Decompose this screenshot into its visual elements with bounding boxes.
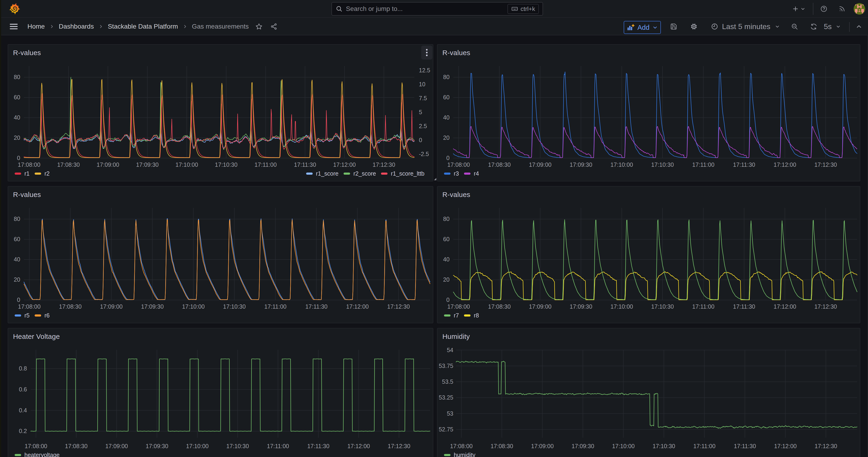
svg-text:17:09:30: 17:09:30 — [146, 443, 168, 449]
svg-text:40: 40 — [14, 114, 20, 121]
svg-text:17:11:30: 17:11:30 — [305, 303, 327, 310]
svg-text:80: 80 — [14, 74, 20, 80]
svg-text:17:08:30: 17:08:30 — [491, 443, 513, 449]
svg-text:17:10:00: 17:10:00 — [176, 161, 198, 168]
svg-text:60: 60 — [443, 236, 450, 242]
svg-text:17:12:30: 17:12:30 — [814, 303, 837, 310]
svg-text:17:09:00: 17:09:00 — [97, 161, 119, 168]
svg-text:20: 20 — [443, 134, 450, 141]
svg-text:17:09:00: 17:09:00 — [529, 161, 551, 168]
svg-text:0: 0 — [17, 155, 20, 161]
svg-text:17:09:30: 17:09:30 — [571, 443, 594, 449]
svg-text:17:11:00: 17:11:00 — [692, 161, 714, 168]
svg-text:17:11:30: 17:11:30 — [733, 303, 755, 310]
svg-text:40: 40 — [14, 256, 20, 263]
svg-text:17:11:00: 17:11:00 — [692, 303, 714, 310]
svg-text:17:10:30: 17:10:30 — [215, 161, 237, 168]
svg-text:0.8: 0.8 — [19, 365, 27, 372]
svg-text:17:12:30: 17:12:30 — [814, 443, 837, 449]
svg-text:0.2: 0.2 — [19, 428, 27, 434]
svg-text:17:12:00: 17:12:00 — [774, 161, 796, 168]
svg-text:17:11:30: 17:11:30 — [307, 443, 330, 449]
svg-text:0: 0 — [446, 155, 450, 161]
svg-text:60: 60 — [443, 94, 450, 100]
svg-text:12.5: 12.5 — [419, 67, 430, 73]
svg-text:17:08:00: 17:08:00 — [25, 443, 47, 449]
svg-text:53.25: 53.25 — [439, 394, 453, 401]
svg-text:0.4: 0.4 — [19, 407, 27, 414]
svg-text:53.5: 53.5 — [442, 378, 453, 385]
svg-text:17:09:00: 17:09:00 — [529, 303, 551, 310]
svg-text:52.75: 52.75 — [439, 426, 453, 433]
svg-text:17:08:30: 17:08:30 — [57, 161, 80, 168]
svg-text:0: 0 — [446, 297, 450, 303]
svg-text:54: 54 — [447, 347, 453, 353]
svg-text:0: 0 — [17, 297, 20, 303]
svg-text:17:11:00: 17:11:00 — [254, 161, 277, 168]
svg-text:17:11:00: 17:11:00 — [267, 443, 289, 449]
svg-text:17:09:30: 17:09:30 — [570, 161, 592, 168]
svg-text:-2.5: -2.5 — [419, 151, 429, 157]
svg-text:53: 53 — [447, 410, 453, 417]
svg-text:17:11:30: 17:11:30 — [294, 161, 316, 168]
svg-text:17:11:00: 17:11:00 — [264, 303, 286, 310]
svg-text:17:08:30: 17:08:30 — [65, 443, 87, 449]
svg-text:7.5: 7.5 — [419, 95, 427, 101]
svg-text:17:10:30: 17:10:30 — [226, 443, 249, 449]
svg-text:17:10:00: 17:10:00 — [182, 303, 205, 310]
svg-text:17:12:30: 17:12:30 — [388, 443, 410, 449]
svg-text:17:08:30: 17:08:30 — [488, 161, 511, 168]
svg-text:40: 40 — [443, 256, 450, 263]
svg-text:17:10:00: 17:10:00 — [612, 443, 634, 449]
svg-text:17:10:00: 17:10:00 — [611, 161, 633, 168]
svg-text:17:09:30: 17:09:30 — [570, 303, 592, 310]
svg-text:17:11:30: 17:11:30 — [733, 161, 755, 168]
svg-text:5: 5 — [419, 109, 422, 115]
svg-text:17:09:30: 17:09:30 — [136, 161, 158, 168]
svg-text:17:08:00: 17:08:00 — [447, 303, 470, 310]
svg-text:17:12:30: 17:12:30 — [373, 161, 395, 168]
svg-text:80: 80 — [14, 216, 20, 222]
svg-text:80: 80 — [443, 216, 450, 222]
svg-text:17:10:30: 17:10:30 — [652, 443, 675, 449]
svg-text:17:09:00: 17:09:00 — [100, 303, 123, 310]
svg-text:17:10:30: 17:10:30 — [223, 303, 246, 310]
svg-text:17:12:00: 17:12:00 — [347, 443, 370, 449]
svg-text:17:09:00: 17:09:00 — [105, 443, 128, 449]
svg-text:20: 20 — [14, 134, 20, 141]
svg-text:80: 80 — [443, 74, 450, 80]
svg-text:17:11:00: 17:11:00 — [693, 443, 715, 449]
svg-text:20: 20 — [14, 276, 20, 283]
svg-text:2.5: 2.5 — [419, 123, 427, 129]
svg-text:60: 60 — [14, 94, 20, 100]
svg-text:0: 0 — [419, 137, 422, 143]
svg-text:20: 20 — [443, 276, 450, 283]
svg-text:17:10:00: 17:10:00 — [186, 443, 209, 449]
svg-text:17:10:30: 17:10:30 — [651, 161, 674, 168]
svg-text:17:12:00: 17:12:00 — [774, 443, 797, 449]
svg-text:17:08:00: 17:08:00 — [447, 161, 470, 168]
svg-text:17:09:30: 17:09:30 — [141, 303, 164, 310]
svg-text:17:12:00: 17:12:00 — [774, 303, 796, 310]
svg-text:0.6: 0.6 — [19, 386, 27, 393]
svg-text:40: 40 — [443, 114, 450, 121]
svg-text:17:08:30: 17:08:30 — [59, 303, 82, 310]
svg-text:17:09:00: 17:09:00 — [531, 443, 554, 449]
svg-text:17:11:30: 17:11:30 — [734, 443, 756, 449]
svg-text:60: 60 — [14, 236, 20, 242]
svg-text:17:12:30: 17:12:30 — [387, 303, 410, 310]
svg-text:10: 10 — [419, 81, 425, 87]
svg-text:17:08:00: 17:08:00 — [18, 303, 40, 310]
svg-text:17:12:00: 17:12:00 — [346, 303, 369, 310]
svg-text:17:12:30: 17:12:30 — [814, 161, 837, 168]
svg-text:17:10:30: 17:10:30 — [651, 303, 674, 310]
svg-text:17:08:30: 17:08:30 — [488, 303, 511, 310]
svg-text:17:12:00: 17:12:00 — [333, 161, 356, 168]
svg-text:53.75: 53.75 — [439, 363, 453, 369]
svg-text:17:10:00: 17:10:00 — [611, 303, 633, 310]
svg-text:17:08:00: 17:08:00 — [18, 161, 40, 168]
svg-text:17:08:00: 17:08:00 — [450, 443, 473, 449]
